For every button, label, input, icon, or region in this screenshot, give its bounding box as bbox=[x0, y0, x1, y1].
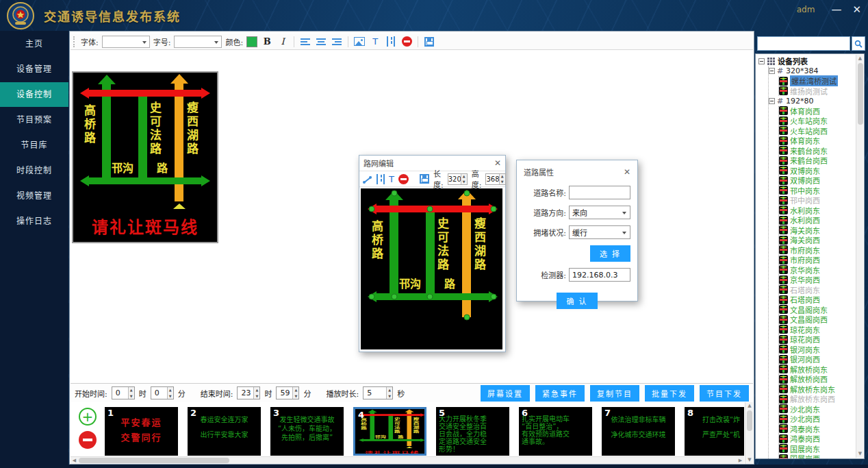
edit-node-handle[interactable] bbox=[464, 315, 470, 321]
end-hour-stepper[interactable]: 23▲▼ bbox=[237, 386, 260, 399]
device-item[interactable]: 螺丝湾桥测试 bbox=[779, 76, 856, 86]
font-select[interactable] bbox=[102, 36, 150, 48]
italic-icon[interactable]: I bbox=[277, 36, 289, 48]
scroll-down-arrow[interactable]: ▼ bbox=[856, 450, 864, 458]
device-item[interactable]: 体育岗西 bbox=[779, 106, 856, 116]
edit-node-handle[interactable] bbox=[392, 190, 398, 197]
edit-node-handle[interactable] bbox=[369, 294, 375, 300]
device-search-input[interactable] bbox=[757, 36, 850, 51]
device-item[interactable]: 解放桥东岗东 bbox=[779, 384, 856, 395]
playlist-item-7[interactable]: 7依法治理非标车辆净化城市交通环境 bbox=[602, 407, 675, 456]
device-item[interactable]: 解放桥东岗西 bbox=[779, 394, 856, 404]
collapse-icon[interactable] bbox=[769, 68, 775, 74]
minimize-button[interactable]: — bbox=[831, 3, 841, 16]
scroll-right-arrow[interactable]: ▶ bbox=[737, 457, 744, 464]
duration-stepper[interactable]: 5▲▼ bbox=[363, 386, 393, 399]
emergency-event-button[interactable]: 紧急事件 bbox=[535, 385, 585, 402]
align-center-icon[interactable] bbox=[315, 36, 327, 48]
road-network-icon[interactable] bbox=[385, 36, 397, 48]
device-group-192*80[interactable]: #192*80 bbox=[769, 96, 856, 106]
sign-preview-frame[interactable]: 高桥路 史可法路 瘦西湖路 邗沟 路 请礼让斑马线 bbox=[72, 71, 218, 243]
device-item[interactable]: 海关岗西 bbox=[779, 235, 856, 245]
horizontal-scrollbar[interactable]: ◀ ▶ bbox=[71, 456, 744, 464]
color-swatch[interactable] bbox=[246, 36, 257, 47]
save-icon[interactable] bbox=[423, 36, 435, 48]
screen-settings-button[interactable]: 屏幕设置 bbox=[481, 385, 530, 402]
sidebar-item-home[interactable]: 主页 bbox=[0, 32, 68, 56]
add-program-button[interactable]: + bbox=[79, 408, 97, 426]
device-item[interactable]: 来鹤台岗东 bbox=[779, 146, 856, 156]
bold-icon[interactable]: B bbox=[261, 36, 273, 48]
draw-line-icon[interactable] bbox=[362, 173, 372, 185]
sidebar-item-video-management[interactable]: 视频管理 bbox=[0, 184, 68, 208]
device-item[interactable]: 解放桥岗西 bbox=[779, 374, 856, 384]
edit-node-handle[interactable] bbox=[427, 206, 433, 212]
device-item[interactable]: 银河岗西 bbox=[779, 354, 856, 365]
scrollbar-thumb[interactable] bbox=[858, 63, 863, 125]
sidebar-item-time-control[interactable]: 时段控制 bbox=[0, 158, 68, 183]
detector-input[interactable]: 192.168.0.3 bbox=[569, 268, 630, 282]
insert-text-icon[interactable]: T bbox=[369, 36, 381, 48]
device-item[interactable]: 鸿泰岗西 bbox=[779, 434, 856, 444]
road-edit-canvas[interactable]: 高桥路 史可法路 瘦西湖路 邗沟 路 bbox=[361, 188, 502, 349]
start-hour-stepper[interactable]: 0▲▼ bbox=[112, 386, 135, 399]
scroll-left-arrow[interactable]: ◀ bbox=[71, 457, 78, 464]
edit-node-handle[interactable] bbox=[491, 206, 497, 212]
device-item[interactable]: 邗中岗西 bbox=[779, 195, 856, 206]
playlist-item-8[interactable]: 8打击改装“炸严查严处“机 bbox=[685, 407, 744, 456]
device-item[interactable]: 京华岗东 bbox=[779, 265, 856, 275]
copy-program-button[interactable]: 复制节目 bbox=[590, 385, 639, 402]
scrollbar-thumb[interactable] bbox=[79, 458, 229, 463]
length-stepper[interactable]: 320▲▼ bbox=[448, 173, 468, 185]
tree-vertical-scrollbar[interactable]: ▲ ▼ bbox=[856, 55, 863, 458]
start-minute-stepper[interactable]: 0▲▼ bbox=[151, 386, 174, 399]
playlist-vertical-scrollbar[interactable]: ▲ ▼ bbox=[745, 402, 753, 464]
playlist-item-2[interactable]: 2春运安全连万家出行平安靠大家 bbox=[188, 407, 261, 456]
device-item[interactable]: 文昌阁岗东 bbox=[779, 305, 856, 315]
device-item[interactable]: 双博岗东 bbox=[779, 166, 856, 176]
align-left-icon[interactable] bbox=[299, 36, 311, 48]
scroll-down-arrow[interactable]: ▼ bbox=[745, 456, 754, 464]
device-item[interactable]: 双博岗西 bbox=[779, 175, 856, 186]
font-size-select[interactable] bbox=[174, 36, 222, 48]
device-item[interactable]: 沙北岗东 bbox=[779, 404, 856, 415]
sidebar-item-device-management[interactable]: 设备管理 bbox=[0, 57, 68, 82]
confirm-button[interactable]: 确 认 bbox=[557, 293, 597, 309]
device-item[interactable]: 解放桥岗东 bbox=[779, 365, 856, 375]
device-item[interactable]: 市府岗东 bbox=[779, 245, 856, 256]
device-item[interactable]: 邗中岗东 bbox=[779, 186, 856, 196]
align-right-icon[interactable] bbox=[331, 36, 343, 48]
delete-icon[interactable] bbox=[400, 36, 413, 48]
dialog-close-icon[interactable]: ✕ bbox=[494, 158, 501, 168]
sidebar-item-program-plan[interactable]: 节目预案 bbox=[0, 108, 68, 132]
insert-image-icon[interactable] bbox=[353, 36, 366, 48]
device-item[interactable]: 琼花岗西 bbox=[779, 334, 856, 345]
tree-root[interactable]: 设备列表 bbox=[758, 56, 856, 66]
edit-node-handle[interactable] bbox=[392, 294, 398, 300]
device-item[interactable]: 来鹤台岗西 bbox=[779, 156, 856, 166]
edit-node-handle[interactable] bbox=[427, 294, 433, 300]
playlist-item-6[interactable]: 6扎实开展电动车“百日整治”，有效预防道路交通事故。 bbox=[519, 407, 592, 456]
height-stepper[interactable]: 368▲▼ bbox=[485, 173, 505, 185]
collapse-icon[interactable] bbox=[769, 98, 775, 104]
road-segment-icon[interactable] bbox=[376, 173, 385, 185]
edit-node-handle[interactable] bbox=[369, 206, 375, 212]
program-send-button[interactable]: 节目下发 bbox=[700, 385, 749, 402]
congestion-select[interactable]: 缓行 bbox=[569, 225, 630, 239]
device-item[interactable]: 文昌阁岗西 bbox=[779, 315, 856, 325]
end-minute-stepper[interactable]: 59▲▼ bbox=[276, 386, 299, 399]
device-item[interactable]: 市府岗西 bbox=[779, 255, 856, 265]
save-tool-icon[interactable] bbox=[420, 173, 429, 185]
playlist-item-4[interactable]: 4 高桥路 史可法路 瘦西湖路 邗沟 路 请礼让斑马线 bbox=[353, 407, 426, 456]
playlist-item-1[interactable]: 1平安春运交警同行 bbox=[105, 407, 178, 456]
remove-program-button[interactable] bbox=[79, 431, 97, 449]
device-item[interactable]: 石塔岗东 bbox=[779, 285, 856, 295]
device-item[interactable]: 火车站岗东 bbox=[779, 116, 856, 126]
device-item[interactable]: 国展岗东 bbox=[779, 444, 856, 454]
edit-node-handle[interactable] bbox=[464, 190, 470, 197]
select-button[interactable]: 选 择 bbox=[590, 245, 630, 262]
dialog-close-icon[interactable]: ✕ bbox=[624, 167, 630, 177]
device-item[interactable]: 京华岗西 bbox=[779, 275, 856, 285]
road-direction-select[interactable]: 来向 bbox=[569, 206, 630, 219]
device-item[interactable]: 水利岗西 bbox=[779, 215, 856, 225]
